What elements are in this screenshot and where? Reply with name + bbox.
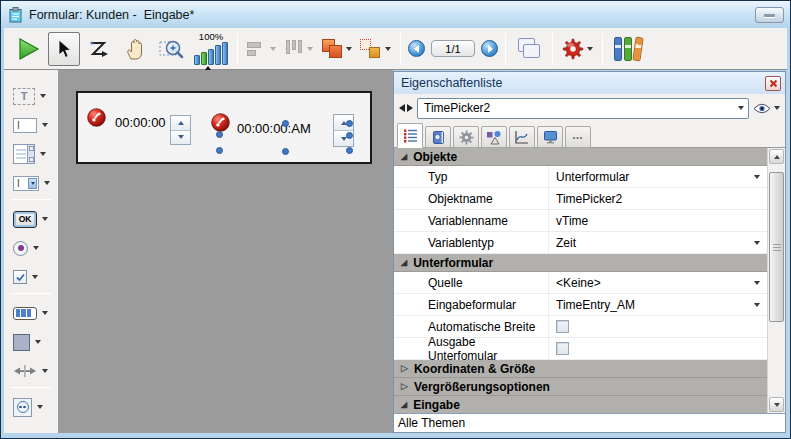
arrange-button[interactable] bbox=[358, 39, 393, 59]
sidebar-item-list-box[interactable] bbox=[4, 141, 58, 167]
prev-page-button[interactable] bbox=[408, 40, 425, 57]
property-value[interactable]: vTime bbox=[549, 210, 767, 231]
pages-button[interactable] bbox=[513, 32, 545, 66]
chevron-down-icon[interactable] bbox=[40, 152, 46, 156]
properties-panel-header[interactable]: Eigenschaftenliste bbox=[394, 72, 785, 94]
settings-button[interactable] bbox=[560, 38, 595, 60]
scroll-up-button[interactable] bbox=[769, 149, 784, 164]
property-value[interactable]: Zeit bbox=[549, 232, 767, 253]
tab-objects[interactable] bbox=[481, 126, 507, 148]
visibility-button[interactable] bbox=[753, 103, 780, 114]
object-nav[interactable] bbox=[399, 104, 413, 112]
spin-up-button[interactable] bbox=[171, 116, 190, 130]
next-page-button[interactable] bbox=[481, 40, 498, 57]
sidebar-item-splitter[interactable] bbox=[4, 358, 58, 384]
property-row-typ[interactable]: Typ Unterformular bbox=[394, 166, 767, 188]
chevron-down-icon[interactable] bbox=[42, 311, 48, 315]
chevron-down-icon[interactable] bbox=[42, 217, 48, 221]
chevron-down-icon[interactable] bbox=[754, 303, 760, 307]
subform-badge-icon[interactable] bbox=[211, 113, 230, 132]
bring-to-front-button[interactable] bbox=[319, 39, 354, 59]
tab-more[interactable]: ••• bbox=[565, 126, 591, 148]
property-row-ausgabe-unterformular[interactable]: Ausgabe Unterfomular bbox=[394, 338, 767, 360]
minimize-button[interactable] bbox=[755, 7, 784, 23]
property-row-objektname[interactable]: Objektname TimePicker2 bbox=[394, 188, 767, 210]
select-tool-button[interactable] bbox=[48, 32, 80, 66]
chevron-down-icon[interactable] bbox=[346, 47, 352, 51]
selection-handle[interactable] bbox=[216, 131, 223, 138]
sidebar-item-text-field[interactable]: I bbox=[4, 112, 58, 138]
property-value[interactable]: TimeEntry_AM bbox=[549, 294, 767, 315]
property-row-quelle[interactable]: Quelle <Keine> bbox=[394, 272, 767, 294]
chevron-down-icon[interactable] bbox=[754, 241, 760, 245]
chevron-down-icon[interactable] bbox=[44, 181, 50, 185]
sidebar-item-label[interactable]: T bbox=[4, 83, 58, 109]
selection-handle[interactable] bbox=[282, 148, 289, 155]
tab-options[interactable] bbox=[453, 126, 479, 148]
spin-down-button[interactable] bbox=[171, 130, 190, 145]
sidebar-item-checkbox[interactable] bbox=[4, 264, 58, 290]
property-row-eingabeformular[interactable]: Eingabeformular TimeEntry_AM bbox=[394, 294, 767, 316]
chevron-down-icon[interactable] bbox=[42, 123, 48, 127]
vertical-scrollbar[interactable] bbox=[767, 148, 785, 413]
checkbox[interactable] bbox=[556, 320, 569, 333]
selection-handle[interactable] bbox=[216, 147, 223, 154]
time-picker-value[interactable]: 00:00:00 bbox=[115, 115, 166, 130]
checkbox[interactable] bbox=[556, 342, 569, 355]
scroll-down-button[interactable] bbox=[769, 397, 784, 412]
titlebar[interactable]: Formular: Kunden - Eingabe* bbox=[1, 1, 790, 28]
zoom-button[interactable] bbox=[156, 32, 188, 66]
expander-icon[interactable]: ◢ bbox=[401, 153, 407, 161]
sidebar-item-radio-button[interactable] bbox=[4, 235, 58, 261]
pan-button[interactable] bbox=[120, 32, 152, 66]
sidebar-item-rectangle[interactable] bbox=[4, 329, 58, 355]
time-spinner[interactable] bbox=[333, 114, 354, 147]
help-books-button[interactable] bbox=[614, 37, 642, 61]
design-canvas[interactable]: 00:00:00 00:00:00:AM bbox=[58, 70, 393, 433]
run-button[interactable] bbox=[12, 32, 44, 66]
time-spinner[interactable] bbox=[170, 115, 191, 145]
section-header-vergroesserung[interactable]: ▷ Vergrößerungsoptionen bbox=[394, 378, 767, 396]
scrollbar-thumb[interactable] bbox=[769, 172, 784, 322]
property-value[interactable]: TimePicker2 bbox=[549, 188, 767, 209]
tab-display[interactable] bbox=[537, 126, 563, 148]
chevron-down-icon[interactable] bbox=[37, 405, 43, 409]
chevron-down-icon[interactable] bbox=[35, 340, 41, 344]
selection-handle[interactable] bbox=[346, 132, 353, 139]
subform-badge-icon[interactable] bbox=[87, 108, 106, 127]
property-value[interactable] bbox=[549, 316, 767, 337]
chevron-down-icon[interactable] bbox=[774, 106, 780, 110]
sidebar-item-progress-bar[interactable] bbox=[4, 300, 58, 326]
property-row-variablenname[interactable]: Variablenname vTime bbox=[394, 210, 767, 232]
property-value[interactable] bbox=[549, 338, 767, 359]
sidebar-item-combo-box[interactable]: I bbox=[4, 170, 58, 196]
sidebar-item-button[interactable]: OK bbox=[4, 206, 58, 232]
prev-object-icon[interactable] bbox=[399, 104, 405, 112]
section-header-objekte[interactable]: ◢ Objekte bbox=[394, 148, 767, 166]
property-value[interactable]: <Keine> bbox=[549, 272, 767, 293]
expander-icon[interactable]: ◢ bbox=[401, 401, 407, 409]
expander-icon[interactable]: ▷ bbox=[401, 382, 408, 391]
zoom-bars-icon[interactable] bbox=[194, 42, 228, 65]
chevron-down-icon[interactable] bbox=[32, 275, 38, 279]
section-header-eingabe[interactable]: ◢ Eingabe bbox=[394, 396, 767, 413]
chevron-down-icon[interactable] bbox=[42, 369, 48, 373]
chevron-down-icon[interactable] bbox=[738, 106, 744, 110]
chevron-down-icon[interactable] bbox=[587, 47, 593, 51]
zoom-level-control[interactable]: 100% bbox=[194, 32, 228, 65]
property-row-variablentyp[interactable]: Variablentyp Zeit bbox=[394, 232, 767, 254]
close-button[interactable] bbox=[765, 76, 781, 91]
selection-handle[interactable] bbox=[346, 147, 353, 154]
tab-data[interactable] bbox=[425, 126, 451, 148]
sidebar-item-subform[interactable] bbox=[4, 394, 58, 420]
chevron-down-icon[interactable] bbox=[33, 246, 39, 250]
form-area[interactable]: 00:00:00 00:00:00:AM bbox=[76, 91, 372, 164]
tab-function[interactable] bbox=[509, 126, 535, 148]
chevron-down-icon[interactable] bbox=[40, 94, 46, 98]
selection-handle[interactable] bbox=[346, 120, 353, 127]
chevron-down-icon[interactable] bbox=[385, 47, 391, 51]
chevron-down-icon[interactable] bbox=[754, 281, 760, 285]
property-value[interactable]: Unterformular bbox=[549, 166, 767, 187]
section-header-unterformular[interactable]: ◢ Unterformular bbox=[394, 254, 767, 272]
chevron-down-icon[interactable] bbox=[754, 175, 760, 179]
